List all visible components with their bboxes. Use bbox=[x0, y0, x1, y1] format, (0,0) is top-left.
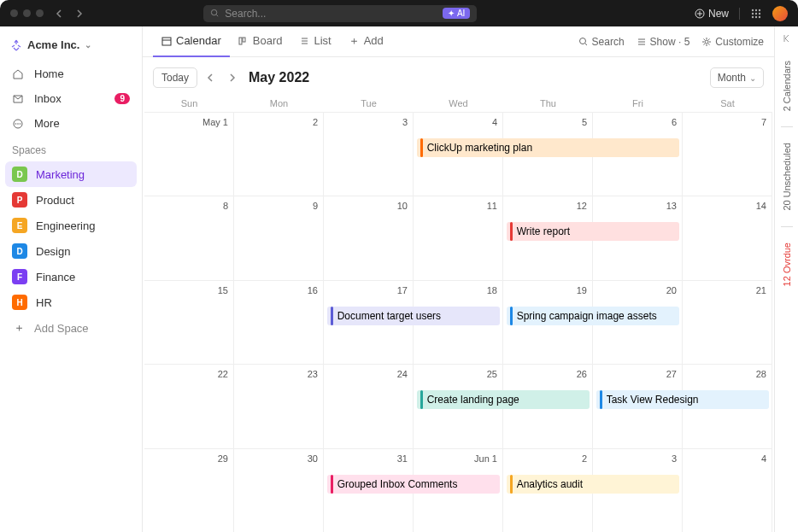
view-search-button[interactable]: Search bbox=[578, 36, 625, 48]
day-cell[interactable]: 30 bbox=[234, 449, 324, 532]
close-dot[interactable] bbox=[10, 9, 18, 17]
back-button[interactable] bbox=[52, 8, 67, 20]
svg-point-2 bbox=[752, 9, 754, 10]
day-cell[interactable]: 22 bbox=[144, 365, 234, 447]
svg-point-9 bbox=[755, 15, 757, 17]
next-month-button[interactable] bbox=[225, 72, 238, 84]
inbox-icon bbox=[12, 93, 26, 105]
granularity-dropdown[interactable]: Month⌄ bbox=[710, 67, 764, 88]
sidebar-item-more[interactable]: More bbox=[5, 111, 137, 136]
today-button[interactable]: Today bbox=[153, 67, 197, 88]
home-icon bbox=[12, 68, 26, 80]
max-dot[interactable] bbox=[36, 9, 44, 17]
calendar-controls: Today May 2022 Month⌄ bbox=[143, 57, 774, 95]
chevron-down-icon: ⌄ bbox=[85, 40, 91, 50]
plus-icon: ＋ bbox=[12, 320, 26, 336]
tab-board[interactable]: Board bbox=[230, 26, 291, 57]
svg-point-12 bbox=[15, 123, 17, 125]
tab-add[interactable]: ＋Add bbox=[340, 26, 392, 57]
rail-collapse-icon[interactable] bbox=[782, 33, 792, 45]
titlebar: Search... ✦ AI New bbox=[0, 0, 798, 26]
new-button[interactable]: New bbox=[695, 8, 729, 20]
event-title: ClickUp marketing plan bbox=[427, 142, 532, 154]
dow-label: Mon bbox=[234, 98, 324, 108]
day-cell[interactable]: 14 bbox=[683, 196, 772, 279]
sidebar-item-home[interactable]: Home bbox=[5, 61, 137, 86]
avatar[interactable] bbox=[772, 6, 788, 21]
calendar-event[interactable]: Document target users bbox=[327, 307, 501, 325]
space-item-product[interactable]: PProduct bbox=[5, 187, 137, 213]
workspace-switcher[interactable]: Acme Inc. ⌄ bbox=[5, 33, 137, 56]
day-cell[interactable]: 23 bbox=[234, 365, 324, 447]
calendar-title: May 2022 bbox=[249, 70, 309, 85]
view-customize-button[interactable]: Customize bbox=[701, 36, 764, 48]
dow-label: Fri bbox=[593, 98, 683, 108]
svg-point-8 bbox=[752, 15, 754, 17]
day-cell[interactable]: 29 bbox=[144, 449, 234, 532]
day-cell[interactable]: 21 bbox=[683, 281, 772, 364]
event-color-bar bbox=[510, 475, 513, 494]
event-color-bar bbox=[420, 138, 423, 157]
space-item-marketing[interactable]: DMarketing bbox=[5, 161, 137, 187]
space-label: Engineering bbox=[36, 219, 95, 232]
tab-list[interactable]: List bbox=[290, 26, 339, 57]
forward-button[interactable] bbox=[71, 8, 86, 20]
inbox-badge: 9 bbox=[114, 93, 130, 104]
calendar-event[interactable]: Analytics audit bbox=[507, 475, 680, 494]
add-space-button[interactable]: ＋Add Space bbox=[5, 315, 137, 341]
calendar-event[interactable]: Spring campaign image assets bbox=[507, 307, 680, 325]
space-item-hr[interactable]: HHR bbox=[5, 289, 137, 315]
view-show-button[interactable]: Show · 5 bbox=[637, 36, 690, 48]
add-space-label: Add Space bbox=[34, 322, 89, 335]
calendar-event[interactable]: Create landing page bbox=[417, 390, 590, 409]
tab-calendar[interactable]: Calendar bbox=[153, 26, 230, 57]
sidebar-item-inbox[interactable]: Inbox9 bbox=[5, 86, 137, 111]
ai-badge[interactable]: ✦ AI bbox=[443, 8, 470, 19]
svg-rect-15 bbox=[162, 38, 171, 45]
day-cell[interactable]: 3 bbox=[324, 113, 414, 196]
rail-overdue[interactable]: 12 Ovrdue bbox=[782, 237, 792, 291]
event-color-bar bbox=[600, 390, 602, 409]
space-item-design[interactable]: DDesign bbox=[5, 238, 137, 264]
chevron-down-icon: ⌄ bbox=[749, 73, 756, 83]
day-cell[interactable]: 11 bbox=[414, 196, 503, 279]
day-cell[interactable]: 10 bbox=[324, 196, 414, 279]
calendar-event[interactable]: Task View Redesign bbox=[596, 390, 770, 409]
event-title: Task View Redesign bbox=[607, 394, 699, 406]
week-row: 22232425262728Create landing pageTask Vi… bbox=[144, 364, 772, 447]
space-item-finance[interactable]: FFinance bbox=[5, 264, 137, 289]
rail-calendars[interactable]: 2 Calendars bbox=[782, 56, 792, 116]
day-cell[interactable]: 9 bbox=[234, 196, 324, 279]
calendar-event[interactable]: ClickUp marketing plan bbox=[417, 138, 680, 157]
dow-label: Sun bbox=[144, 98, 234, 108]
calendar-event[interactable]: Grouped Inbox Comments bbox=[327, 475, 501, 494]
dow-label: Sat bbox=[683, 98, 772, 108]
space-item-engineering[interactable]: EEngineering bbox=[5, 213, 137, 238]
rail-unscheduled[interactable]: 20 Unscheduled bbox=[782, 137, 792, 216]
event-color-bar bbox=[420, 390, 423, 409]
apps-icon[interactable] bbox=[750, 8, 762, 20]
day-cell[interactable]: 4 bbox=[683, 449, 772, 532]
day-cell[interactable]: 2 bbox=[234, 113, 324, 196]
calendar-event[interactable]: Write report bbox=[507, 222, 680, 241]
more-icon bbox=[12, 118, 26, 130]
event-title: Create landing page bbox=[427, 394, 519, 406]
svg-point-7 bbox=[759, 12, 760, 14]
day-cell[interactable]: 8 bbox=[144, 196, 234, 279]
space-label: Design bbox=[36, 245, 70, 258]
svg-point-19 bbox=[705, 40, 708, 44]
dow-label: Wed bbox=[414, 98, 503, 108]
sidebar: Acme Inc. ⌄ Home Inbox9 More Spaces DMar… bbox=[0, 26, 143, 532]
day-cell[interactable]: 24 bbox=[324, 365, 414, 447]
min-dot[interactable] bbox=[23, 9, 31, 17]
day-cell[interactable]: 16 bbox=[234, 281, 324, 364]
day-cell[interactable]: 15 bbox=[144, 281, 234, 364]
day-cell[interactable]: 7 bbox=[683, 113, 772, 196]
svg-point-0 bbox=[212, 9, 217, 15]
event-color-bar bbox=[510, 222, 513, 241]
workspace-name: Acme Inc. bbox=[27, 38, 79, 51]
search-input[interactable]: Search... ✦ AI bbox=[203, 5, 477, 22]
event-title: Analytics audit bbox=[517, 478, 583, 490]
day-cell[interactable]: May 1 bbox=[144, 113, 234, 196]
prev-month-button[interactable] bbox=[204, 72, 218, 84]
